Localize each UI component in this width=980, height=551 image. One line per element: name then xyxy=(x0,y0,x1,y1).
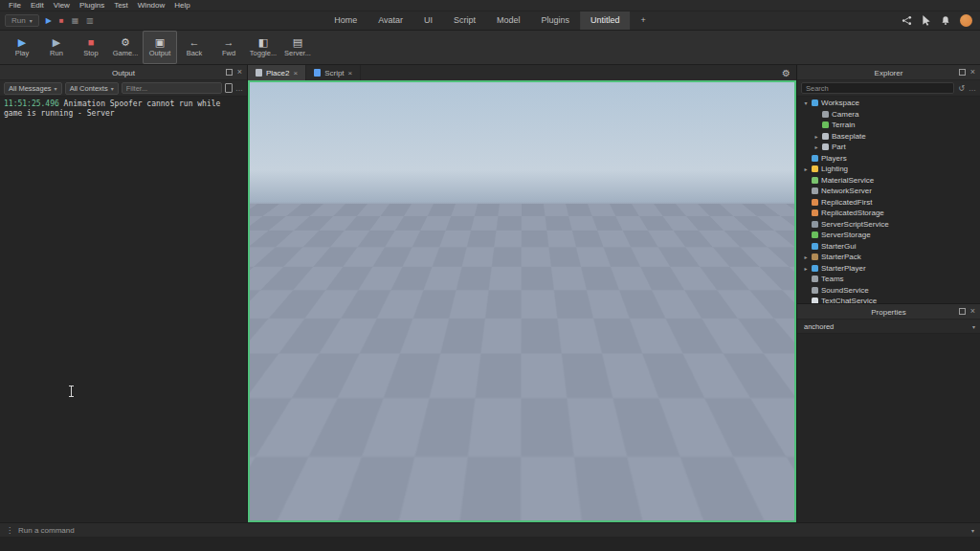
tab-label: Script xyxy=(324,69,344,77)
ribbon-tab[interactable]: UI xyxy=(413,11,443,30)
explorer-item[interactable]: ▸ Lighting xyxy=(797,164,980,175)
toolbar-button[interactable]: ▣ Output xyxy=(143,31,177,64)
instance-name: ReplicatedFirst xyxy=(821,198,872,207)
explorer-item[interactable]: ▸ StarterPack xyxy=(797,252,980,263)
toolbar-button[interactable]: ▤ Server... xyxy=(280,31,315,64)
toolbar-button[interactable]: → Fwd xyxy=(212,31,246,64)
quick-action-icon[interactable]: ■ xyxy=(56,14,67,28)
explorer-search-input[interactable] xyxy=(801,82,954,94)
menu-item[interactable]: Help xyxy=(169,1,194,10)
expand-arrow-icon[interactable]: ▸ xyxy=(813,133,819,140)
instance-icon xyxy=(812,187,818,194)
ribbon-tab[interactable]: Untitled xyxy=(580,11,631,30)
toolbar-label: Stop xyxy=(83,50,98,57)
explorer-item[interactable]: StarterGui xyxy=(797,241,980,253)
quick-action-icon[interactable]: ▦ xyxy=(69,14,82,28)
close-icon[interactable]: × xyxy=(970,307,975,316)
cursor-tool-icon[interactable] xyxy=(922,15,931,26)
expand-arrow-icon[interactable]: ▾ xyxy=(803,99,809,106)
contexts-filter-dropdown[interactable]: All Contexts ▾ xyxy=(65,82,119,95)
ribbon-tab[interactable]: Script xyxy=(443,11,486,30)
ribbon-tab[interactable]: + xyxy=(631,11,657,30)
toolbar-label: Fwd xyxy=(222,50,235,57)
instance-icon xyxy=(822,133,829,140)
explorer-item[interactable]: ServerScriptService xyxy=(797,219,980,231)
explorer-item[interactable]: Teams xyxy=(797,274,980,285)
close-icon[interactable]: × xyxy=(970,68,975,77)
word-wrap-icon[interactable] xyxy=(225,83,233,93)
ribbon-tab[interactable]: Model xyxy=(486,11,531,30)
quick-action-icon[interactable]: ▥ xyxy=(83,14,97,28)
instance-icon xyxy=(812,265,818,272)
explorer-item[interactable]: Players xyxy=(797,153,980,165)
history-icon[interactable]: ↺ xyxy=(958,84,965,93)
toolbar-button[interactable]: ⚙ Game... xyxy=(108,31,143,64)
share-icon[interactable] xyxy=(902,15,912,26)
notifications-bell-icon[interactable] xyxy=(941,15,950,26)
more-options-icon[interactable]: … xyxy=(235,84,243,93)
command-bar[interactable]: ⋮ Run a command ▾ xyxy=(0,522,980,537)
explorer-item[interactable]: SoundService xyxy=(797,285,980,297)
close-icon[interactable]: × xyxy=(237,68,242,77)
expand-arrow-icon[interactable]: ▸ xyxy=(803,265,809,272)
menu-item[interactable]: Edit xyxy=(26,1,49,10)
instance-icon xyxy=(812,165,818,172)
instance-name: Teams xyxy=(821,275,844,283)
explorer-item[interactable]: Terrain xyxy=(797,120,980,131)
toolbar-button[interactable]: ← Back xyxy=(177,31,212,64)
toolbar-button[interactable]: ▶ Play xyxy=(5,31,39,64)
instance-icon xyxy=(812,253,818,260)
explorer-item[interactable]: ReplicatedStorage xyxy=(797,208,980,219)
explorer-item[interactable]: NetworkServer xyxy=(797,186,980,197)
document-tab[interactable]: Script × xyxy=(306,65,361,80)
run-mode-dropdown[interactable]: Run ▾ xyxy=(5,14,39,27)
explorer-item[interactable]: Camera xyxy=(797,109,980,121)
explorer-item[interactable]: TextChatService xyxy=(797,296,980,303)
float-panel-icon[interactable] xyxy=(959,69,966,76)
expand-arrow-icon[interactable]: ▸ xyxy=(803,165,809,172)
ribbon-tab[interactable]: Plugins xyxy=(531,11,581,30)
expand-arrow-icon[interactable]: ▸ xyxy=(803,253,809,260)
menu-item[interactable]: Plugins xyxy=(75,1,109,10)
right-dock: Explorer × ↺ … ▾ Workspace xyxy=(796,65,980,522)
explorer-item[interactable]: ServerStorage xyxy=(797,230,980,241)
instance-icon xyxy=(812,287,818,294)
3d-viewport[interactable] xyxy=(248,80,796,522)
instance-name: ServerStorage xyxy=(821,231,871,239)
chevron-down-icon[interactable]: ▾ xyxy=(972,323,975,330)
explorer-item[interactable]: ReplicatedFirst xyxy=(797,197,980,209)
quick-action-icon[interactable]: ▶ xyxy=(43,14,55,28)
menu-item[interactable]: Window xyxy=(133,1,169,10)
toolbar-button[interactable]: ◧ Toggle... xyxy=(246,31,280,64)
menu-item[interactable]: Test xyxy=(109,1,133,10)
tab-close-icon[interactable]: × xyxy=(293,69,298,77)
properties-filter-input[interactable] xyxy=(802,321,969,332)
document-tab[interactable]: Place2 × xyxy=(248,65,306,80)
instance-name: Lighting xyxy=(821,165,848,173)
instance-name: Players xyxy=(821,154,847,163)
expand-arrow-icon[interactable]: ▸ xyxy=(813,143,819,150)
toolbar-button[interactable]: ■ Stop xyxy=(74,31,108,64)
user-avatar[interactable] xyxy=(960,14,972,27)
ribbon-tab[interactable]: Home xyxy=(323,11,368,30)
viewport-settings-gear-icon[interactable]: ⚙ xyxy=(782,68,791,78)
float-panel-icon[interactable] xyxy=(959,308,966,315)
explorer-item[interactable]: ▸ Baseplate xyxy=(797,131,980,143)
more-options-icon[interactable]: … xyxy=(969,84,976,93)
float-panel-icon[interactable] xyxy=(226,69,233,76)
chevron-down-icon[interactable]: ▾ xyxy=(971,527,974,534)
explorer-item[interactable]: MaterialService xyxy=(797,175,980,187)
tab-close-icon[interactable]: × xyxy=(348,69,353,77)
explorer-search-row: ↺ … xyxy=(797,80,980,97)
menu-item[interactable]: View xyxy=(49,1,75,10)
ribbon-tab[interactable]: Avatar xyxy=(368,11,413,30)
messages-filter-dropdown[interactable]: All Messages ▾ xyxy=(4,82,62,95)
instance-icon xyxy=(822,111,829,118)
output-filter-input[interactable] xyxy=(122,82,222,94)
toolbar-button[interactable]: ▶ Run xyxy=(39,31,74,64)
explorer-item[interactable]: ▾ Workspace xyxy=(797,98,980,109)
explorer-item[interactable]: ▸ StarterPlayer xyxy=(797,263,980,275)
explorer-item[interactable]: ▸ Part xyxy=(797,142,980,153)
menu-item[interactable]: File xyxy=(4,1,26,10)
explorer-panel: Explorer × ↺ … ▾ Workspace xyxy=(797,65,980,304)
